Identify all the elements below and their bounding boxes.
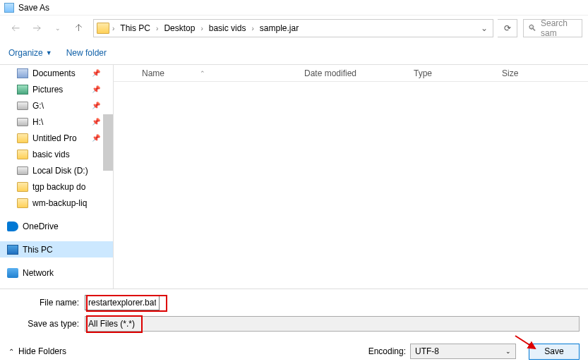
recent-dropdown[interactable]: ⌄ — [48, 18, 68, 38]
sidebar-scrollbar[interactable] — [103, 114, 113, 171]
drive-icon — [17, 102, 28, 110]
sidebar-item-basic-vids[interactable]: basic vids — [0, 146, 113, 162]
organize-menu[interactable]: Organize ▼ — [8, 48, 52, 58]
sidebar-item-this-pc[interactable]: This PC — [0, 241, 113, 257]
bottom-panel: File name: Save as type: All Files (*.*) — [0, 289, 588, 332]
pin-icon: 📌 — [92, 102, 100, 109]
column-headers: Name ⌃ Date modified Type Size — [114, 65, 588, 82]
footer: ⌃ Hide Folders Encoding: UTF-8 ⌄ Save — [0, 337, 588, 364]
crumb-sample-jar[interactable]: sample.jar — [256, 20, 303, 36]
column-size[interactable]: Size — [495, 68, 525, 78]
search-input[interactable]: 🔍︎ Search sam — [523, 19, 582, 37]
title-bar: Save As — [0, 0, 588, 16]
pc-icon — [7, 245, 18, 255]
crumb-basic-vids[interactable]: basic vids — [205, 20, 251, 36]
address-bar[interactable]: › This PC › Desktop › basic vids › sampl… — [93, 19, 493, 37]
chevron-right-icon[interactable]: › — [155, 25, 160, 32]
folder-icon — [97, 23, 109, 34]
folder-icon — [17, 150, 28, 159]
filename-label: File name: — [8, 298, 85, 308]
filename-input[interactable] — [85, 295, 160, 310]
back-button[interactable]: 🡠 — [6, 18, 25, 38]
filetype-label: Save as type: — [8, 319, 85, 329]
toolbar: Organize ▼ New folder — [0, 41, 588, 65]
folder-icon — [17, 133, 28, 143]
encoding-select[interactable]: UTF-8 ⌄ — [410, 344, 516, 359]
up-button[interactable]: 🡡 — [69, 18, 89, 38]
chevron-down-icon: ▼ — [46, 49, 52, 56]
chevron-right-icon[interactable]: › — [199, 25, 204, 32]
sidebar-item-wm[interactable]: wm-backup-liq — [0, 195, 113, 211]
chevron-down-icon: ⌄ — [505, 348, 511, 355]
encoding-label: Encoding: — [368, 346, 406, 356]
search-placeholder: Search sam — [541, 18, 577, 38]
sidebar-item-tgp[interactable]: tgp backup do — [0, 178, 113, 195]
refresh-button[interactable]: ⟳ — [498, 19, 517, 37]
pin-icon: 📌 — [92, 85, 100, 93]
sidebar-item-h-drive[interactable]: H:\ 📌 — [0, 114, 113, 130]
drive-icon — [17, 166, 28, 175]
search-icon: 🔍︎ — [528, 23, 536, 33]
chevron-right-icon[interactable]: › — [250, 25, 255, 32]
app-icon — [4, 3, 14, 13]
sidebar-item-documents[interactable]: Documents 📌 — [0, 65, 113, 81]
sidebar-item-pictures[interactable]: Pictures 📌 — [0, 81, 113, 97]
chevron-up-icon: ⌃ — [8, 348, 14, 356]
address-dropdown[interactable]: ⌄ — [477, 23, 491, 33]
crumb-desktop[interactable]: Desktop — [160, 20, 199, 36]
nav-bar: 🡠 🡢 ⌄ 🡡 › This PC › Desktop › basic vids… — [0, 16, 588, 41]
window-title: Save As — [18, 3, 49, 13]
column-date[interactable]: Date modified — [297, 68, 407, 78]
sidebar-item-untitled[interactable]: Untitled Pro 📌 — [0, 130, 113, 146]
sidebar-item-g-drive[interactable]: G:\ 📌 — [0, 97, 113, 114]
new-folder-button[interactable]: New folder — [66, 48, 107, 58]
hide-folders-toggle[interactable]: ⌃ Hide Folders — [8, 346, 66, 356]
sort-asc-icon: ⌃ — [200, 70, 205, 77]
onedrive-icon — [7, 222, 18, 231]
sidebar-item-local-disk[interactable]: Local Disk (D:) — [0, 162, 113, 178]
folder-icon — [17, 198, 28, 208]
nav-sidebar: Documents 📌 Pictures 📌 G:\ 📌 H:\ 📌 Untit… — [0, 65, 113, 289]
pin-icon: 📌 — [92, 118, 100, 126]
pictures-icon — [17, 85, 28, 95]
pin-icon: 📌 — [92, 134, 100, 142]
crumb-this-pc[interactable]: This PC — [116, 20, 155, 36]
pin-icon: 📌 — [92, 69, 100, 77]
documents-icon — [17, 68, 28, 78]
folder-icon — [17, 182, 28, 192]
sidebar-item-onedrive[interactable]: OneDrive — [0, 218, 113, 234]
column-type[interactable]: Type — [407, 68, 495, 78]
network-icon — [7, 268, 18, 278]
file-list[interactable]: Name ⌃ Date modified Type Size — [113, 65, 588, 289]
column-name[interactable]: Name ⌃ — [114, 68, 297, 78]
filetype-select[interactable]: All Files (*.*) — [85, 316, 580, 332]
drive-icon — [17, 118, 28, 126]
sidebar-item-network[interactable]: Network — [0, 265, 113, 281]
save-button[interactable]: Save — [529, 344, 580, 360]
forward-button[interactable]: 🡢 — [27, 18, 47, 38]
chevron-right-icon[interactable]: › — [111, 25, 116, 32]
main-area: Documents 📌 Pictures 📌 G:\ 📌 H:\ 📌 Untit… — [0, 65, 588, 289]
